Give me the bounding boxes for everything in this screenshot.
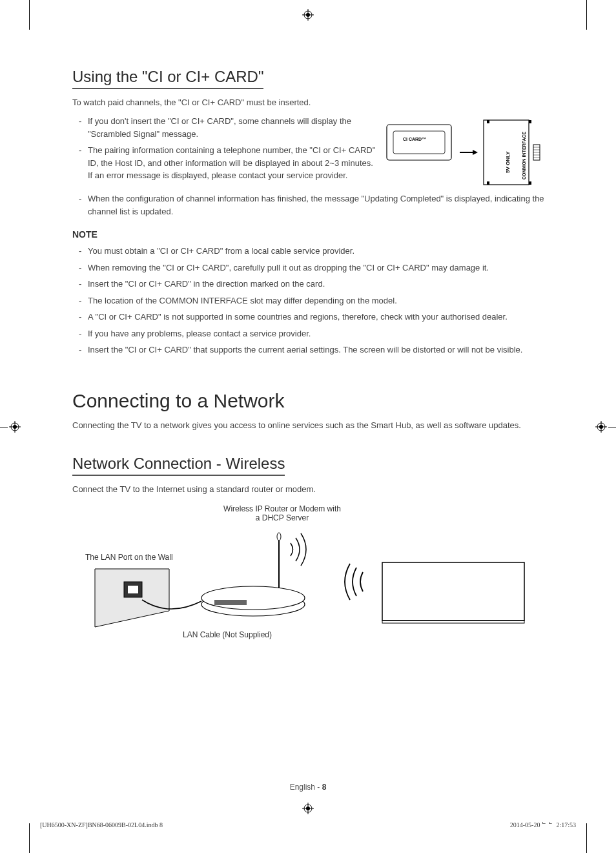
svg-marker-31 [95,569,169,627]
svg-rect-23 [529,120,531,123]
svg-rect-21 [487,120,489,123]
svg-point-38 [277,533,281,540]
bullets-list: When the configuration of channel inform… [72,192,545,218]
crop-mark [29,0,30,30]
list-item: The pairing information containing a tel… [72,144,377,182]
svg-rect-24 [529,181,531,185]
note-heading: NOTE [72,229,545,240]
registration-mark-icon [9,421,21,433]
intro-text: Connecting the TV to a network gives you… [72,420,545,431]
list-item: You must obtain a "CI or CI+ CARD" from … [72,245,545,258]
crop-mark [586,0,587,30]
registration-mark-icon [595,421,607,433]
crop-mark [608,427,616,427]
svg-point-35 [201,586,305,610]
section-heading: Using the "CI or CI+ CARD" [72,68,263,89]
slot-label: COMMON INTERFACE [522,132,526,180]
registration-mark-icon [302,803,314,814]
router-icon [201,533,305,616]
svg-marker-19 [473,150,478,155]
list-item: A "CI or CI+ CARD" is not supported in s… [72,311,545,324]
list-item: Insert the "CI or CI+ CARD" in the direc… [72,278,545,291]
wall-port-icon [95,569,169,627]
page-content: Using the "CI or CI+ CARD" To watch paid… [72,68,545,640]
intro-text: Connect the TV to the Internet using a s… [72,484,545,495]
section-network: Connecting to a Network Connecting the T… [72,390,545,431]
list-item: When removing the "CI or CI+ CARD", care… [72,262,545,274]
tv-icon [382,562,524,623]
list-item: If you have any problems, please contact… [72,327,545,340]
notes-list: You must obtain a "CI or CI+ CARD" from … [72,245,545,356]
wifi-in-icon [345,564,363,600]
svg-rect-36 [214,600,247,605]
print-footer: [UH6500-XN-ZF]BN68-06009B-02L04.indb 8 2… [40,821,576,828]
section-wireless: Network Connection - Wireless Connect th… [72,455,545,640]
crop-mark [586,823,587,853]
voltage-label: 5V ONLY [505,151,511,173]
main-heading: Connecting to a Network [72,390,545,412]
section-ci-card: Using the "CI or CI+ CARD" To watch paid… [72,68,545,356]
page-language: English [290,783,315,792]
list-item: When the configuration of channel inform… [72,192,545,218]
svg-rect-17 [393,131,445,154]
svg-rect-39 [382,562,524,621]
wifi-out-icon [291,533,306,566]
list-item: The location of the COMMON INTERFACE slo… [72,294,545,307]
print-file-info: [UH6500-XN-ZF]BN68-06009B-02L04.indb 8 [40,821,163,828]
crop-mark [29,823,30,853]
section-heading: Network Connection - Wireless [72,455,285,476]
wireless-diagram: Wireless IP Router or Modem with a DHCP … [72,504,544,640]
print-timestamp: 2014-05-20 ᄂᄂ 2:17:53 [510,821,576,828]
crop-mark [0,427,8,427]
list-item: Insert the "CI or CI+ CARD" that support… [72,344,545,356]
page-number: 8 [322,783,327,792]
page-footer: English - 8 [290,783,327,792]
intro-text: To watch paid channels, the "CI or CI+ C… [72,97,545,108]
ci-card-label: CI CARD™ [403,137,426,141]
registration-mark-icon [302,9,314,21]
svg-rect-33 [128,586,138,593]
list-item: If you don't insert the "CI or CI+ CARD"… [72,115,377,140]
svg-rect-16 [387,125,451,160]
ci-card-diagram: CI CARD™ 5V ONLY COMMON INTERFACE [384,115,545,192]
svg-rect-22 [487,181,489,185]
bullets-list: If you don't insert the "CI or CI+ CARD"… [72,115,377,182]
